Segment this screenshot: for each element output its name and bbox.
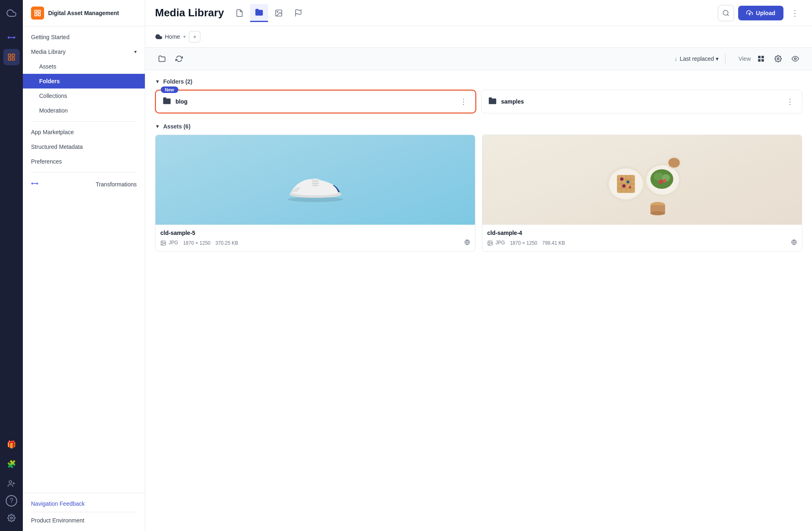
svg-rect-20	[758, 56, 760, 58]
asset-name-shoe: cld-sample-5	[160, 230, 470, 236]
folders-section-header: ▼ Folders (2)	[155, 78, 802, 85]
footer-divider	[31, 512, 137, 512]
sidebar-bottom: Navigation Feedback Product Environment	[23, 493, 145, 531]
chevron-down-icon: ▾	[134, 49, 137, 55]
file-view-button[interactable]	[231, 4, 248, 22]
search-button[interactable]	[718, 5, 734, 21]
sidebar-item-preferences[interactable]: Preferences	[23, 154, 145, 169]
gift-icon[interactable]: 🎁	[3, 436, 20, 453]
svg-point-52	[659, 180, 663, 184]
puzzle-icon[interactable]: 🧩	[3, 456, 20, 472]
new-folder-button[interactable]	[155, 52, 169, 66]
sidebar-item-structured-metadata[interactable]: Structured Metadata	[23, 139, 145, 154]
sidebar-item-app-marketplace[interactable]: App Marketplace	[23, 125, 145, 139]
brand-name: Digital Asset Management	[48, 10, 119, 16]
asset-info-shoe: cld-sample-5 JPG 1870 × 1250 370.25 KB	[155, 225, 475, 251]
toolbar: ↓ Last replaced ▾ View	[145, 48, 812, 70]
refresh-button[interactable]	[172, 52, 186, 66]
folder-menu-blog[interactable]: ⋮	[458, 95, 469, 108]
transform-icon	[31, 180, 38, 189]
rail-bottom-icons: 🎁 🧩 ?	[3, 436, 20, 526]
main-content: Media Library	[145, 0, 812, 531]
brand-icon	[31, 7, 44, 20]
folder-card-left-samples: samples	[488, 96, 524, 107]
sidebar-item-media-library[interactable]: Media Library ▾	[23, 44, 145, 59]
breadcrumb-bar: Home ▾ +	[145, 26, 812, 48]
nav-divider-1	[31, 121, 137, 122]
asset-card-shoe[interactable]: cld-sample-5 JPG 1870 × 1250 370.25 KB	[155, 135, 475, 252]
breadcrumb-home[interactable]: Home	[155, 33, 180, 40]
sidebar-item-getting-started[interactable]: Getting Started	[23, 30, 145, 44]
svg-point-46	[629, 186, 631, 188]
folder-card-blog[interactable]: New blog ⋮	[155, 90, 476, 113]
svg-point-8	[11, 517, 13, 519]
help-icon[interactable]: ?	[6, 495, 17, 507]
asset-thumbnail-food	[482, 135, 802, 225]
sidebar-item-transformations[interactable]: Transformations	[23, 176, 145, 193]
cloud-icon[interactable]	[3, 5, 20, 21]
more-options-button[interactable]: ⋮	[788, 6, 802, 20]
shoe-image	[283, 151, 348, 208]
svg-rect-4	[12, 58, 15, 60]
asset-size-food: 799.41 KB	[542, 240, 565, 246]
sidebar-item-collections[interactable]: Collections	[23, 88, 145, 103]
upload-button[interactable]: Upload	[738, 6, 783, 20]
svg-rect-1	[9, 54, 11, 57]
asset-thumbnail-shoe	[155, 135, 475, 225]
svg-point-5	[9, 481, 12, 484]
asset-card-food[interactable]: cld-sample-4 JPG 1870 × 1250 799.41 KB	[482, 135, 802, 252]
flag-view-button[interactable]	[289, 4, 307, 22]
header-view-icons	[231, 4, 307, 22]
svg-line-18	[727, 14, 728, 15]
header-right-controls: Upload ⋮	[718, 5, 802, 21]
sidebar-item-moderation[interactable]: Moderation	[23, 103, 145, 118]
sort-chevron-icon: ▾	[716, 55, 719, 62]
globe-icon-food	[791, 239, 797, 246]
assets-section-header: ▼ Assets (6)	[155, 123, 802, 130]
grid-view-button[interactable]	[754, 52, 768, 66]
folder-name-blog: blog	[175, 98, 188, 105]
settings-icon[interactable]	[3, 510, 20, 526]
page-title: Media Library	[155, 7, 224, 19]
nav-divider-2	[31, 172, 137, 173]
svg-point-56	[650, 211, 665, 215]
asset-meta-food: JPG 1870 × 1250 799.41 KB	[487, 239, 797, 246]
breadcrumb-home-label: Home	[165, 33, 180, 40]
globe-icon-shoe	[464, 239, 470, 246]
breadcrumb-add-button[interactable]: +	[189, 31, 200, 42]
folder-icon-blog	[162, 96, 171, 107]
folder-view-button[interactable]	[250, 4, 268, 22]
dam-icon[interactable]	[3, 49, 20, 65]
svg-rect-3	[9, 58, 11, 60]
svg-point-31	[162, 242, 163, 243]
svg-point-58	[668, 158, 680, 168]
folder-name-samples: samples	[501, 98, 524, 105]
asset-size-shoe: 370.25 KB	[215, 240, 238, 246]
eye-toolbar-button[interactable]	[788, 52, 802, 66]
settings-toolbar-button[interactable]	[771, 52, 785, 66]
layers-icon[interactable]	[3, 29, 20, 46]
svg-point-45	[622, 184, 626, 188]
folder-menu-samples[interactable]: ⋮	[785, 95, 795, 108]
svg-point-25	[794, 58, 796, 60]
navigation-feedback-link[interactable]: Navigation Feedback	[31, 498, 137, 509]
add-user-icon[interactable]	[3, 476, 20, 492]
svg-rect-11	[35, 14, 37, 16]
asset-dimensions-shoe: 1870 × 1250	[183, 240, 211, 246]
folders-collapse-icon[interactable]: ▼	[155, 79, 160, 84]
assets-collapse-icon[interactable]: ▼	[155, 124, 160, 129]
folder-card-samples[interactable]: samples ⋮	[481, 90, 802, 113]
sidebar: Digital Asset Management Getting Started…	[23, 0, 145, 531]
asset-dimensions-food: 1870 × 1250	[510, 240, 537, 246]
asset-info-food: cld-sample-4 JPG 1870 × 1250 799.41 KB	[482, 225, 802, 251]
sidebar-item-folders[interactable]: Folders	[23, 74, 145, 88]
sidebar-navigation: Getting Started Media Library ▾ Assets F…	[23, 27, 145, 493]
svg-point-50	[654, 173, 663, 181]
content-area: ▼ Folders (2) New blog ⋮	[145, 70, 812, 531]
svg-point-44	[626, 181, 629, 184]
asset-format-shoe: JPG	[160, 240, 178, 246]
gallery-view-button[interactable]	[270, 4, 288, 22]
sidebar-item-assets[interactable]: Assets	[23, 59, 145, 74]
sort-select[interactable]: Last replaced ▾	[680, 55, 719, 62]
new-badge: New	[161, 86, 178, 93]
